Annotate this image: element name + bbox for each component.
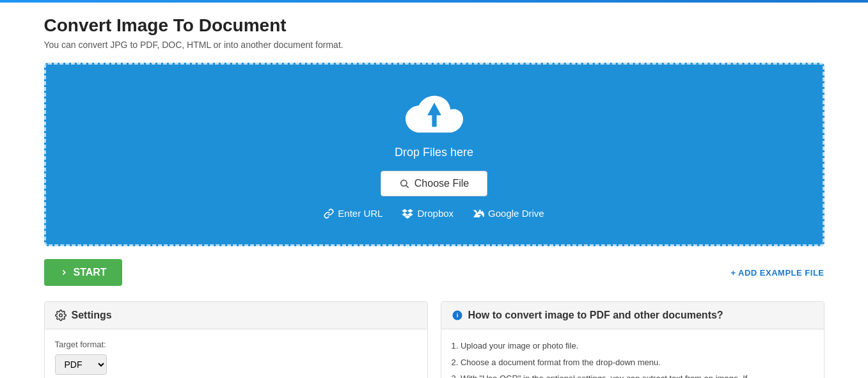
dropbox-label: Dropbox (417, 208, 454, 219)
start-label: START (74, 267, 107, 278)
enter-url-label: Enter URL (338, 208, 383, 219)
how-to-title: How to convert image to PDF and other do… (468, 310, 723, 321)
settings-panel-body: Target format: PDF DOC HTML TXT (45, 329, 427, 378)
choose-file-button[interactable]: Choose File (381, 171, 487, 196)
how-to-step-2: 2. Choose a document format from the dro… (452, 356, 814, 369)
google-drive-link[interactable]: Google Drive (473, 208, 544, 219)
svg-line-2 (406, 185, 409, 188)
settings-panel: Settings Target format: PDF DOC HTML TXT (44, 301, 428, 378)
how-to-step-1: 1. Upload your image or photo file. (452, 340, 814, 352)
how-to-step-3: 3. With "Use OCR" in the optional settin… (452, 372, 814, 378)
cloud-upload-icon (406, 90, 463, 138)
how-to-panel: i How to convert image to PDF and other … (441, 301, 825, 378)
bottom-panels: Settings Target format: PDF DOC HTML TXT… (44, 301, 825, 378)
settings-gear-icon (55, 310, 67, 321)
link-icon (324, 209, 334, 219)
upload-links-container: Enter URL Dropbox Google Drive (324, 208, 544, 219)
format-select[interactable]: PDF DOC HTML TXT (55, 354, 107, 375)
page-title: Convert Image To Document (44, 15, 825, 36)
chevron-right-icon (59, 268, 68, 277)
how-to-list: 1. Upload your image or photo file. 2. C… (452, 340, 814, 378)
target-format-label: Target format: (55, 340, 417, 349)
start-button[interactable]: START (44, 259, 122, 286)
search-icon (399, 178, 409, 189)
google-drive-label: Google Drive (488, 208, 544, 219)
dropbox-icon (402, 209, 413, 219)
settings-panel-header: Settings (45, 302, 427, 329)
svg-point-3 (59, 314, 62, 317)
action-row: START + ADD EXAMPLE FILE (44, 259, 825, 286)
choose-file-label: Choose File (414, 178, 469, 189)
page-container: Convert Image To Document You can conver… (25, 3, 844, 378)
enter-url-link[interactable]: Enter URL (324, 208, 383, 219)
how-to-panel-header: i How to convert image to PDF and other … (441, 302, 824, 329)
googledrive-icon (473, 209, 484, 219)
drop-files-text: Drop Files here (395, 146, 473, 159)
add-example-link[interactable]: + ADD EXAMPLE FILE (730, 268, 824, 278)
upload-zone[interactable]: Drop Files here Choose File Enter URL (44, 63, 825, 246)
svg-point-1 (400, 180, 406, 186)
settings-title: Settings (72, 310, 112, 321)
dropbox-link[interactable]: Dropbox (402, 208, 454, 219)
page-subtitle: You can convert JPG to PDF, DOC, HTML or… (44, 40, 825, 50)
svg-text:i: i (456, 311, 458, 319)
info-icon: i (452, 310, 463, 321)
how-to-panel-body: 1. Upload your image or photo file. 2. C… (441, 329, 824, 378)
